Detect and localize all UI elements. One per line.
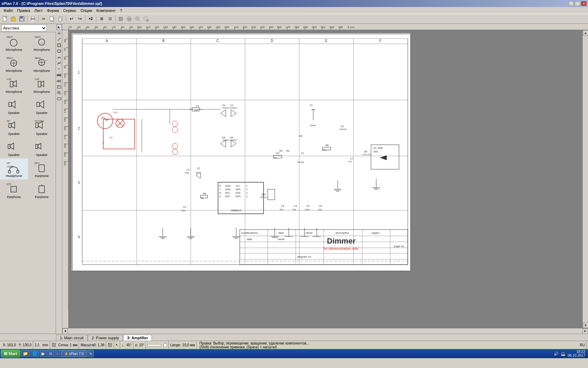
svg-text:330: 330 bbox=[338, 26, 343, 29]
crosshair-tool[interactable] bbox=[56, 30, 62, 36]
svg-text:170: 170 bbox=[198, 26, 203, 29]
component-pin-tool[interactable] bbox=[56, 96, 62, 102]
svg-text:R8: R8 bbox=[326, 144, 329, 146]
cut-button[interactable]: ✂ bbox=[40, 15, 48, 23]
category-select[interactable]: Акустика Активные Пассивные bbox=[1, 25, 47, 32]
taskbar-ie[interactable]: 🌐 bbox=[30, 350, 39, 357]
svg-text:ABB812: ABB812 bbox=[231, 209, 241, 212]
svg-text:110: 110 bbox=[146, 26, 150, 29]
taskbar-chrome[interactable]: ⊙ bbox=[47, 350, 54, 357]
copy-button[interactable] bbox=[48, 15, 56, 23]
scroll-left-button[interactable]: ◄ bbox=[62, 328, 68, 334]
svg-text:210: 210 bbox=[234, 26, 239, 29]
svg-text:La1: La1 bbox=[113, 111, 118, 114]
component-item-spk1[interactable]: Speaker bbox=[0, 95, 28, 116]
menu-file[interactable]: Файл bbox=[1, 8, 15, 13]
lange-section: Lange: 10,0 мм bbox=[169, 341, 197, 349]
text-tool[interactable]: ab| bbox=[56, 72, 62, 78]
canvas-area[interactable]: A B C D E F bbox=[69, 30, 582, 328]
taskbar-app5[interactable]: ○ bbox=[55, 350, 60, 357]
component-item-spk2[interactable]: Speaker bbox=[28, 95, 56, 116]
menu-component[interactable]: Компонент bbox=[94, 8, 118, 13]
component-item-mic6[interactable]: Ls0 Microphone bbox=[28, 74, 56, 95]
component-item-spk6[interactable]: Speaker bbox=[28, 137, 56, 158]
menu-service[interactable]: Сервис bbox=[61, 8, 78, 13]
component-item-mic4[interactable]: Mic0— Microphone bbox=[28, 53, 56, 74]
spk6-label: Speaker bbox=[36, 153, 48, 157]
oval-tool[interactable] bbox=[56, 48, 62, 54]
plus-tool[interactable]: + bbox=[56, 66, 62, 72]
taskbar-app7[interactable]: ✎ bbox=[88, 350, 94, 357]
taskbar-explorer[interactable]: 📁 bbox=[21, 350, 30, 357]
svg-text:GND: GND bbox=[225, 185, 231, 187]
component-item-spk3[interactable]: SP Speaker bbox=[0, 116, 28, 137]
scale-label: 1:1 bbox=[35, 343, 40, 347]
grid-button[interactable] bbox=[117, 15, 125, 23]
svg-text:50: 50 bbox=[95, 26, 98, 29]
zoom-actual-button[interactable]: ⊡ bbox=[106, 15, 114, 23]
component-item-spk5[interactable]: Speaker bbox=[0, 137, 28, 158]
maximize-button[interactable]: □ bbox=[575, 1, 580, 6]
component-item-earphone2[interactable]: EP0 Earphone bbox=[0, 179, 28, 200]
taskbar-splan[interactable]: ⚡ sPlan 7.0 bbox=[61, 350, 87, 357]
svg-text:1N5407: 1N5407 bbox=[230, 107, 238, 109]
save-button[interactable] bbox=[18, 15, 26, 23]
image-tool[interactable] bbox=[56, 84, 62, 90]
component-item-mic5[interactable]: Ls0 Microphone bbox=[0, 74, 28, 95]
minimize-button[interactable]: ─ bbox=[568, 1, 574, 6]
taskbar-media[interactable]: ▶ bbox=[40, 350, 47, 357]
line-tool[interactable] bbox=[56, 36, 62, 42]
svg-rect-14 bbox=[59, 18, 62, 21]
menu-form[interactable]: Форма bbox=[45, 8, 61, 13]
arc-tool[interactable] bbox=[56, 54, 62, 60]
cursor-icon: ↖ bbox=[115, 343, 118, 347]
print-button[interactable] bbox=[29, 15, 37, 23]
component-item-mic2[interactable]: Mic0— Microphone bbox=[28, 32, 56, 53]
scroll-down-button[interactable]: ▼ bbox=[583, 322, 588, 328]
svg-text:130: 130 bbox=[163, 26, 168, 29]
mic3-label: Microphone bbox=[6, 69, 22, 73]
zoom-glass-tool[interactable] bbox=[56, 90, 62, 96]
start-button[interactable]: ⊞ Start bbox=[1, 350, 20, 357]
close-button[interactable]: ✕ bbox=[581, 1, 587, 6]
redo-button[interactable]: ↪ bbox=[76, 15, 84, 23]
tab-power[interactable]: 2: Power supply bbox=[88, 335, 123, 341]
svg-text:8: 8 bbox=[219, 185, 221, 187]
text2-tool[interactable]: ab| bbox=[56, 78, 62, 84]
component-item-mic3[interactable]: Mic0 Microphone bbox=[0, 53, 28, 74]
polyline-tool[interactable] bbox=[56, 60, 62, 66]
zoom-in-button[interactable] bbox=[134, 15, 141, 23]
component-item-headphone[interactable]: HP >32R Headphone bbox=[0, 158, 28, 179]
svg-text:280: 280 bbox=[294, 26, 299, 29]
menu-help[interactable]: ? bbox=[118, 8, 124, 13]
tab-main[interactable]: 1: Main circuit bbox=[56, 335, 88, 341]
component-item-earphone1[interactable]: EP0 Earphone bbox=[28, 158, 56, 179]
svg-rect-219 bbox=[103, 119, 135, 149]
svg-rect-54 bbox=[9, 123, 11, 128]
svg-rect-59 bbox=[8, 144, 10, 149]
rect-tool[interactable] bbox=[56, 42, 62, 48]
menu-edit[interactable]: Правка bbox=[15, 8, 32, 13]
scroll-right-button[interactable]: ► bbox=[582, 328, 588, 334]
menu-options[interactable]: Опции bbox=[78, 8, 94, 13]
component-item-spk4[interactable]: 8Ω/120Hz Speaker bbox=[28, 116, 56, 137]
right-scrollbar[interactable]: ▲ ▼ bbox=[582, 30, 588, 328]
component-lib-button[interactable]: IC bbox=[125, 15, 133, 23]
zoom-fit-button[interactable]: ⊞ bbox=[98, 15, 105, 23]
statusbar: X: 163,0 Y: 130,0 1:1 mm Сетка: 1 мм Мас… bbox=[0, 341, 588, 349]
tab-amplifier[interactable]: 3: Amplifier bbox=[123, 335, 152, 341]
x2-button[interactable]: ×2 bbox=[87, 15, 94, 23]
component-item-earphone3[interactable]: Earphone bbox=[28, 179, 56, 200]
zoom-area-button[interactable] bbox=[142, 15, 150, 23]
svg-text:C2: C2 bbox=[183, 206, 186, 208]
component-item-mic1[interactable]: Mic0 Microphone bbox=[0, 32, 28, 53]
bottom-scrollbar[interactable]: ◄ ► bbox=[62, 328, 588, 334]
paste-button[interactable] bbox=[57, 15, 64, 23]
cursor-tool[interactable] bbox=[56, 25, 62, 30]
new-button[interactable] bbox=[1, 15, 9, 23]
menu-sheet[interactable]: Лист bbox=[32, 8, 45, 13]
open-button[interactable] bbox=[10, 15, 18, 23]
scroll-up-button[interactable]: ▲ bbox=[583, 30, 588, 36]
undo-button[interactable]: ↩ bbox=[68, 15, 75, 23]
svg-rect-87 bbox=[57, 98, 61, 100]
